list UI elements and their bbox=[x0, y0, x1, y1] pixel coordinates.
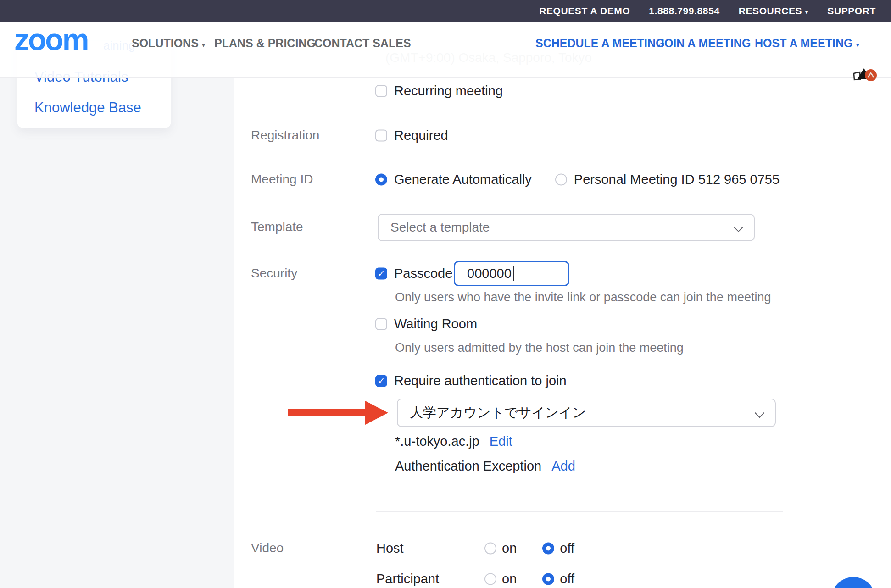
add-link[interactable]: Add bbox=[551, 459, 575, 473]
resources-menu[interactable]: RESOURCES▾ bbox=[739, 6, 809, 17]
request-a-demo-link[interactable]: REQUEST A DEMO bbox=[539, 6, 630, 17]
auth-domain-row: *.u-tokyo.ac.jp Edit bbox=[395, 434, 512, 449]
nav-schedule-a-meeting-link[interactable]: SCHEDULE A MEETING bbox=[535, 37, 665, 50]
chevron-down-icon: ▾ bbox=[202, 41, 206, 49]
passcode-value: 000000 bbox=[467, 266, 512, 281]
require-auth-row: ✓ Require authentication to join bbox=[375, 373, 567, 388]
nav-solutions-menu[interactable]: SOLUTIONS▾ bbox=[132, 37, 205, 50]
zoom-logo[interactable]: zoom bbox=[14, 24, 88, 55]
zoom-schedule-meeting-page: Video Tutorials Knowledge Base (GMT+9:00… bbox=[0, 0, 891, 588]
waiting-room-label[interactable]: Waiting Room bbox=[394, 316, 477, 332]
meeting-id-row: Generate Automatically Personal Meeting … bbox=[375, 172, 780, 187]
passcode-input[interactable]: 000000 bbox=[454, 261, 569, 286]
host-off-radio[interactable] bbox=[542, 542, 554, 554]
registration-required-label[interactable]: Required bbox=[394, 128, 448, 143]
personal-meeting-id-radio[interactable] bbox=[555, 173, 567, 185]
nav-contact-sales-link[interactable]: CONTACT SALES bbox=[314, 37, 411, 50]
participant-on-label[interactable]: on bbox=[502, 571, 517, 587]
template-label: Template bbox=[251, 220, 303, 234]
auth-method-select[interactable]: 大学アカウントでサインイン bbox=[397, 399, 776, 427]
text-cursor bbox=[513, 266, 514, 281]
auth-method-value: 大学アカウントでサインイン bbox=[410, 404, 586, 422]
recurring-meeting-label[interactable]: Recurring meeting bbox=[394, 83, 503, 99]
chevron-down-icon bbox=[734, 222, 743, 232]
participant-on-radio[interactable] bbox=[484, 573, 496, 585]
participant-label: Participant bbox=[376, 571, 439, 587]
security-label: Security bbox=[251, 266, 297, 281]
require-auth-label[interactable]: Require authentication to join bbox=[394, 373, 567, 388]
check-icon: ✓ bbox=[378, 269, 385, 278]
edit-link[interactable]: Edit bbox=[490, 434, 512, 449]
check-icon: ✓ bbox=[378, 377, 385, 385]
registration-row: Required bbox=[375, 128, 448, 143]
help-chat-button[interactable] bbox=[831, 577, 875, 588]
passcode-label[interactable]: Passcode bbox=[394, 266, 452, 281]
video-label: Video bbox=[251, 541, 284, 555]
nav-join-a-meeting-link[interactable]: JOIN A MEETING bbox=[658, 37, 751, 50]
registration-label: Registration bbox=[251, 128, 319, 143]
auth-exception-row: Authentication Exception Add bbox=[395, 459, 575, 474]
template-select-value: Select a template bbox=[390, 220, 490, 235]
host-on-label[interactable]: on bbox=[502, 541, 517, 556]
host-onoff-group: on off bbox=[484, 541, 574, 556]
waiting-room-row: Waiting Room bbox=[375, 316, 477, 332]
red-arrow-annotation bbox=[288, 399, 389, 426]
sidebar-item-knowledge-base[interactable]: Knowledge Base bbox=[34, 100, 141, 116]
auth-exception-text: Authentication Exception bbox=[395, 459, 541, 473]
participant-off-radio[interactable] bbox=[542, 573, 554, 585]
host-on-radio[interactable] bbox=[484, 542, 496, 554]
avatar-sun-shape bbox=[865, 69, 877, 81]
personal-meeting-id-label[interactable]: Personal Meeting ID 512 965 0755 bbox=[574, 172, 780, 187]
auth-domain-text: *.u-tokyo.ac.jp bbox=[395, 434, 479, 449]
support-link[interactable]: SUPPORT bbox=[827, 6, 876, 17]
recurring-meeting-row: Recurring meeting bbox=[375, 83, 503, 99]
section-divider bbox=[376, 511, 783, 512]
passcode-hint: Only users who have the invite link or p… bbox=[395, 290, 771, 305]
profile-avatar[interactable] bbox=[852, 65, 877, 82]
nav-plans-pricing-link[interactable]: PLANS & PRICING bbox=[214, 37, 316, 50]
generate-automatically-radio[interactable] bbox=[375, 173, 387, 185]
template-select[interactable]: Select a template bbox=[378, 214, 755, 241]
waiting-room-checkbox[interactable] bbox=[375, 318, 387, 330]
chevron-down-icon: ▾ bbox=[805, 8, 808, 16]
generate-automatically-label[interactable]: Generate Automatically bbox=[394, 172, 532, 187]
recurring-meeting-checkbox[interactable] bbox=[375, 85, 387, 97]
chevron-down-icon bbox=[755, 408, 764, 418]
participant-onoff-group: on off bbox=[484, 571, 574, 587]
participant-off-label[interactable]: off bbox=[560, 571, 574, 587]
nav-host-a-meeting-menu[interactable]: HOST A MEETING▾ bbox=[755, 37, 859, 50]
require-auth-checkbox[interactable]: ✓ bbox=[375, 375, 387, 387]
chevron-down-icon: ▾ bbox=[856, 41, 859, 49]
host-off-label[interactable]: off bbox=[560, 541, 574, 556]
passcode-checkbox[interactable]: ✓ bbox=[375, 267, 387, 279]
registration-required-checkbox[interactable] bbox=[375, 129, 387, 141]
phone-number-link[interactable]: 1.888.799.8854 bbox=[649, 6, 719, 17]
passcode-row: ✓ Passcode bbox=[375, 266, 452, 281]
meeting-id-label: Meeting ID bbox=[251, 172, 313, 187]
main-navbar: zoom SOLUTIONS▾ PLANS & PRICING CONTACT … bbox=[0, 22, 891, 78]
top-utility-bar: REQUEST A DEMO 1.888.799.8854 RESOURCES▾… bbox=[0, 0, 891, 22]
waiting-room-hint: Only users admitted by the host can join… bbox=[395, 341, 684, 355]
host-label: Host bbox=[376, 541, 404, 556]
